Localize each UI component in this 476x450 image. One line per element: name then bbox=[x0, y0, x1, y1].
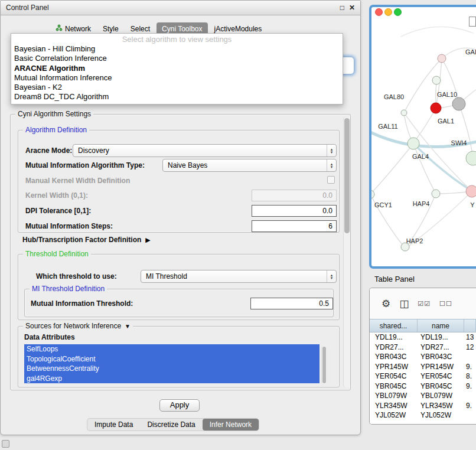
select-all-icon[interactable]: ☑☑ bbox=[418, 300, 431, 308]
network-node[interactable] bbox=[438, 54, 446, 63]
window-title: Control Panel bbox=[6, 4, 335, 12]
mi-steps-label: Mutual Information Steps: bbox=[25, 221, 113, 231]
manual-kernel-width-checkbox[interactable] bbox=[327, 176, 335, 184]
float-window-icon[interactable]: □ bbox=[340, 4, 344, 12]
network-edge[interactable] bbox=[371, 144, 413, 194]
control-panel-window: Control Panel □ ✕ NetworkStyleSelectCyni… bbox=[0, 0, 361, 435]
algorithm-option-aracne-algorithm[interactable]: ARACNE Algorithm bbox=[11, 64, 343, 73]
deselect-all-icon[interactable]: ☐☐ bbox=[439, 300, 452, 308]
table-row[interactable]: YDL19...YDL19...13 bbox=[370, 332, 476, 343]
column-header-shared[interactable]: shared... bbox=[370, 319, 418, 332]
network-node[interactable] bbox=[371, 190, 374, 198]
table-row[interactable]: YER054CYER054C8. bbox=[370, 371, 476, 381]
table-cell: 8. bbox=[464, 372, 476, 380]
threshold-definition-title: Threshold Definition bbox=[23, 250, 91, 258]
aracne-mode-select[interactable]: Discovery ▴▾ bbox=[73, 144, 337, 157]
node-label-gal11: GAL11 bbox=[378, 123, 397, 130]
table-header-row: shared...name bbox=[370, 319, 476, 332]
network-node[interactable] bbox=[407, 138, 419, 149]
bottom-tab-infer-network[interactable]: Infer Network bbox=[203, 419, 259, 431]
algorithm-option-dream8-dc-tdc-algorithm[interactable]: Dream8 DC_TDC Algorithm bbox=[11, 92, 343, 102]
chevron-right-icon: ▶ bbox=[145, 236, 150, 244]
node-label-swi4: SWI4 bbox=[451, 139, 467, 146]
manual-kernel-width-label: Manual Kernel Width Definition bbox=[25, 176, 130, 185]
tab-label: Network bbox=[65, 25, 91, 33]
network-icon bbox=[56, 24, 63, 33]
zoom-window-icon[interactable] bbox=[394, 8, 402, 16]
which-threshold-select[interactable]: MI Threshold ▴▾ bbox=[141, 270, 337, 283]
dropdown-item-list: Bayesian - Hill ClimbingBasic Correlatio… bbox=[11, 44, 343, 102]
data-attributes-label: Data Attributes bbox=[24, 332, 75, 342]
table-row[interactable]: YPR145WYPR145W9. bbox=[370, 362, 476, 372]
algorithm-option-mutual-information-inference[interactable]: Mutual Information Inference bbox=[11, 73, 343, 83]
tab-label: Cyni Toolbox bbox=[162, 25, 202, 33]
which-threshold-label: Which threshold to use: bbox=[36, 272, 117, 281]
network-node[interactable] bbox=[432, 76, 441, 84]
algorithm-definition-group: Algorithm Definition Aracne Mode: Discov… bbox=[18, 130, 340, 233]
mi-threshold-input[interactable]: 0.5 bbox=[250, 298, 333, 309]
attribute-item-topologicalcoefficient[interactable]: TopologicalCoefficient bbox=[24, 354, 319, 364]
close-icon[interactable]: ✕ bbox=[349, 4, 355, 12]
table-cell: 12 bbox=[464, 343, 476, 351]
table-cell: YBL079W bbox=[370, 392, 418, 400]
mi-algorithm-type-select[interactable]: Naive Bayes ▴▾ bbox=[162, 159, 337, 172]
column-visibility-icon[interactable]: ◫ bbox=[399, 298, 409, 310]
network-node[interactable] bbox=[431, 103, 441, 113]
table-row[interactable]: YLR345WYLR345W9. bbox=[370, 401, 476, 411]
network-edge[interactable] bbox=[413, 144, 476, 195]
node-label-gal1: GAL1 bbox=[438, 118, 454, 125]
algorithm-option-bayesian-k2[interactable]: Bayesian - K2 bbox=[11, 83, 343, 92]
table-row[interactable]: YBR045CYBR045C9. bbox=[370, 381, 476, 392]
algorithm-option-bayesian-hill-climbing[interactable]: Bayesian - Hill Climbing bbox=[11, 44, 343, 54]
hub-section-toggle[interactable]: Hub/Transcription Factor Definition ▶ bbox=[22, 236, 151, 244]
panel-corner-icon[interactable] bbox=[2, 440, 9, 448]
bottom-tab-discretize-data[interactable]: Discretize Data bbox=[140, 419, 202, 431]
control-panel-titlebar[interactable]: Control Panel □ ✕ bbox=[1, 1, 360, 15]
table-row[interactable]: YBL079WYBL079W bbox=[370, 391, 476, 401]
gear-icon[interactable]: ⚙ bbox=[382, 298, 390, 310]
network-edge[interactable] bbox=[401, 27, 473, 37]
column-header-2[interactable] bbox=[464, 319, 476, 332]
dpi-tolerance-input[interactable]: 0.0 bbox=[252, 205, 337, 217]
table-cell: YDL19... bbox=[418, 333, 464, 341]
kernel-width-input[interactable]: 0.0 bbox=[252, 190, 337, 201]
table-row[interactable]: YBR043CYBR043C bbox=[370, 352, 476, 362]
tab-label: jActiveModules bbox=[214, 25, 262, 33]
table-cell: YDR27... bbox=[418, 343, 464, 351]
network-edge[interactable] bbox=[413, 144, 436, 194]
network-edge[interactable] bbox=[415, 108, 436, 141]
network-canvas[interactable]: GALGAL80GAL10GAL11GAL1SWI4GAL4GCY1HAP4HA… bbox=[371, 20, 476, 266]
attribute-item-gal4rgexp[interactable]: gal4RGexp bbox=[24, 374, 319, 384]
network-node[interactable] bbox=[466, 185, 476, 197]
settings-scrollbar[interactable] bbox=[343, 116, 350, 388]
bottom-tab-impute-data[interactable]: Impute Data bbox=[87, 419, 140, 431]
algorithm-option-basic-correlation-inference[interactable]: Basic Correlation Inference bbox=[11, 54, 343, 63]
attributes-list-scrollbar[interactable] bbox=[321, 346, 327, 384]
table-row[interactable]: YJL052WYJL052W bbox=[370, 410, 476, 420]
sources-title-text: Sources for Network Inference bbox=[25, 322, 121, 330]
table-cell: YER054C bbox=[370, 372, 418, 380]
attribute-item-betweennesscentrality[interactable]: BetweennessCentrality bbox=[24, 364, 319, 374]
table-row[interactable]: YDR27...YDR27...12 bbox=[370, 343, 476, 353]
apply-button[interactable]: Apply bbox=[159, 399, 200, 412]
network-node[interactable] bbox=[432, 190, 440, 198]
network-node[interactable] bbox=[466, 151, 476, 165]
table-cell: 13 bbox=[464, 333, 476, 341]
scrollbar-thumb[interactable] bbox=[344, 118, 350, 233]
close-window-icon[interactable] bbox=[375, 8, 383, 16]
column-header-name[interactable]: name bbox=[418, 319, 464, 332]
attribute-item-selfloops[interactable]: SelfLoops bbox=[24, 344, 319, 354]
scrollbar-thumb[interactable] bbox=[322, 347, 326, 383]
cyni-algorithm-settings-group: Cyni Algorithm Settings Algorithm Defini… bbox=[10, 114, 351, 390]
table-cell: YJL052W bbox=[370, 411, 418, 419]
desktop: Control Panel □ ✕ NetworkStyleSelectCyni… bbox=[0, 0, 476, 450]
network-node[interactable] bbox=[452, 97, 465, 110]
network-edge[interactable] bbox=[459, 104, 473, 158]
tab-label: Select bbox=[131, 25, 150, 33]
minimize-window-icon[interactable] bbox=[384, 8, 392, 16]
sources-group-title[interactable]: Sources for Network Inference ▼ bbox=[23, 322, 133, 330]
mi-steps-input[interactable]: 6 bbox=[252, 220, 337, 232]
table-cell: YDR27... bbox=[370, 343, 418, 351]
mi-threshold-definition-group: MI Threshold Definition Mutual Informati… bbox=[24, 289, 334, 317]
network-node[interactable] bbox=[401, 110, 407, 116]
